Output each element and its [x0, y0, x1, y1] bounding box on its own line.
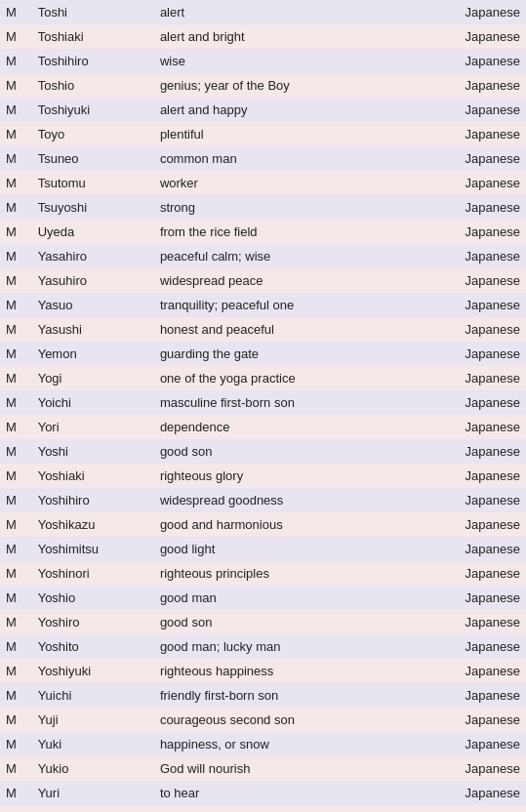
meaning-cell: courageous second son	[154, 708, 430, 732]
gender-cell: M	[0, 49, 32, 73]
name-cell: Uyeda	[32, 220, 154, 244]
origin-cell: Japanese	[430, 586, 526, 610]
table-row: M Yuri to hear Japanese	[0, 781, 526, 805]
gender-cell: M	[0, 683, 32, 708]
meaning-cell: genius; year of the Boy	[154, 73, 430, 98]
meaning-cell: alert and happy	[154, 98, 430, 122]
origin-cell: Japanese	[430, 537, 526, 561]
table-row: M Yoshio good man Japanese	[0, 586, 526, 610]
name-cell: Yoshikazu	[32, 512, 154, 537]
meaning-cell: honest and peaceful	[154, 317, 430, 342]
table-row: M Yoshiro good son Japanese	[0, 610, 526, 634]
gender-cell: M	[0, 512, 32, 537]
name-cell: Yoshio	[32, 586, 154, 610]
name-cell: Yoshiaki	[32, 464, 154, 488]
name-cell: Yoshimitsu	[32, 537, 154, 561]
origin-cell: Japanese	[430, 683, 526, 708]
name-cell: Yukio	[32, 756, 154, 781]
origin-cell: Japanese	[430, 732, 526, 756]
name-cell: Yasuhiro	[32, 268, 154, 293]
gender-cell: M	[0, 366, 32, 390]
gender-cell: M	[0, 171, 32, 195]
table-row: M Yuki happiness, or snow Japanese	[0, 732, 526, 756]
gender-cell: M	[0, 98, 32, 122]
gender-cell: M	[0, 24, 32, 49]
table-row: M Toshiaki alert and bright Japanese	[0, 24, 526, 49]
meaning-cell: common man	[154, 146, 430, 171]
table-row: M Yuichi friendly first-born son Japanes…	[0, 683, 526, 708]
names-table: M Toshi alert Japanese M Toshiaki alert …	[0, 0, 526, 812]
origin-cell: Japanese	[430, 659, 526, 683]
meaning-cell: dependence	[154, 415, 430, 439]
name-cell: Yasuo	[32, 293, 154, 317]
name-cell: Toshihiro	[32, 49, 154, 73]
table-row: M Yutaka abundant; prosperous Japanese	[0, 805, 526, 812]
table-row: M Yasuhiro widespread peace Japanese	[0, 268, 526, 293]
gender-cell: M	[0, 342, 32, 366]
gender-cell: M	[0, 659, 32, 683]
table-row: M Yemon guarding the gate Japanese	[0, 342, 526, 366]
meaning-cell: abundant; prosperous	[154, 805, 430, 812]
table-row: M Yukio God will nourish Japanese	[0, 756, 526, 781]
name-cell: Yogi	[32, 366, 154, 390]
name-cell: Tsuyoshi	[32, 195, 154, 220]
gender-cell: M	[0, 781, 32, 805]
origin-cell: Japanese	[430, 610, 526, 634]
meaning-cell: righteous glory	[154, 464, 430, 488]
gender-cell: M	[0, 390, 32, 415]
table-row: M Yasuo tranquility; peaceful one Japane…	[0, 293, 526, 317]
gender-cell: M	[0, 317, 32, 342]
origin-cell: Japanese	[430, 415, 526, 439]
name-cell: Toyo	[32, 122, 154, 146]
gender-cell: M	[0, 805, 32, 812]
table-row: M Toshihiro wise Japanese	[0, 49, 526, 73]
gender-cell: M	[0, 610, 32, 634]
table-row: M Yori dependence Japanese	[0, 415, 526, 439]
gender-cell: M	[0, 439, 32, 464]
origin-cell: Japanese	[430, 512, 526, 537]
gender-cell: M	[0, 268, 32, 293]
meaning-cell: guarding the gate	[154, 342, 430, 366]
gender-cell: M	[0, 464, 32, 488]
meaning-cell: widespread peace	[154, 268, 430, 293]
meaning-cell: good and harmonious	[154, 512, 430, 537]
origin-cell: Japanese	[430, 146, 526, 171]
name-cell: Yoshiyuki	[32, 659, 154, 683]
origin-cell: Japanese	[430, 634, 526, 659]
gender-cell: M	[0, 561, 32, 586]
origin-cell: Japanese	[430, 439, 526, 464]
table-row: M Toyo plentiful Japanese	[0, 122, 526, 146]
origin-cell: Japanese	[430, 73, 526, 98]
gender-cell: M	[0, 146, 32, 171]
table-row: M Toshiyuki alert and happy Japanese	[0, 98, 526, 122]
table-row: M Tsuneo common man Japanese	[0, 146, 526, 171]
table-row: M Yoshiyuki righteous happiness Japanese	[0, 659, 526, 683]
gender-cell: M	[0, 220, 32, 244]
name-cell: Yoshi	[32, 439, 154, 464]
meaning-cell: good man	[154, 586, 430, 610]
origin-cell: Japanese	[430, 708, 526, 732]
meaning-cell: masculine first-born son	[154, 390, 430, 415]
origin-cell: Japanese	[430, 24, 526, 49]
origin-cell: Japanese	[430, 244, 526, 268]
name-cell: Yuki	[32, 732, 154, 756]
meaning-cell: widespread goodness	[154, 488, 430, 512]
name-cell: Yoshito	[32, 634, 154, 659]
meaning-cell: happiness, or snow	[154, 732, 430, 756]
gender-cell: M	[0, 0, 32, 24]
name-cell: Tsuneo	[32, 146, 154, 171]
name-cell: Yoichi	[32, 390, 154, 415]
table-row: M Tsutomu worker Japanese	[0, 171, 526, 195]
gender-cell: M	[0, 634, 32, 659]
origin-cell: Japanese	[430, 171, 526, 195]
meaning-cell: good son	[154, 610, 430, 634]
origin-cell: Japanese	[430, 805, 526, 812]
table-row: M Yoshinori righteous principles Japanes…	[0, 561, 526, 586]
table-row: M Yoshito good man; lucky man Japanese	[0, 634, 526, 659]
origin-cell: Japanese	[430, 293, 526, 317]
origin-cell: Japanese	[430, 464, 526, 488]
origin-cell: Japanese	[430, 195, 526, 220]
origin-cell: Japanese	[430, 781, 526, 805]
meaning-cell: strong	[154, 195, 430, 220]
table-row: M Uyeda from the rice field Japanese	[0, 220, 526, 244]
